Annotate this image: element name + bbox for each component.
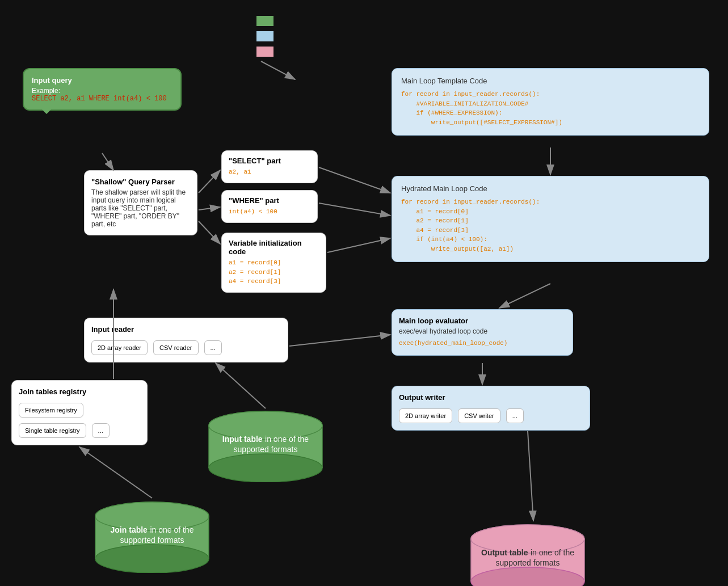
output-writer-title: Output writer <box>399 393 583 402</box>
main-loop-template-code: for record in input_reader.records(): #V… <box>401 90 700 127</box>
where-part-box: "WHERE" part int(a4) < 100 <box>221 190 318 223</box>
hydrated-main-loop-box: Hydrated Main Loop Code for record in in… <box>392 176 709 262</box>
output-table-cylinder: Output table in one of the supported for… <box>465 522 590 586</box>
main-loop-eval-box: Main loop evaluator exec/eval hydrated l… <box>392 309 573 356</box>
input-table-cylinder: Input table in one of the supported form… <box>203 408 328 484</box>
legend-pink-box <box>256 47 273 57</box>
input-query-example-label: Example: <box>32 87 172 95</box>
join-registry-item-2: Single table registry <box>19 423 86 438</box>
join-table-bold: Join table <box>111 525 148 534</box>
input-reader-item-3: ... <box>204 340 222 355</box>
var-init-title: Variable initialization code <box>229 239 319 256</box>
join-registry-title: Join tables registry <box>19 387 140 396</box>
svg-line-32 <box>216 363 266 408</box>
main-loop-template-box: Main Loop Template Code for record in in… <box>392 68 709 136</box>
output-writer-box: Output writer 2D array writer CSV writer… <box>392 386 590 431</box>
shallow-parser-box: "Shallow" Query Parser The shallow parse… <box>84 170 197 235</box>
main-loop-template-title: Main Loop Template Code <box>401 77 700 85</box>
where-part-code: int(a4) < 100 <box>229 207 310 217</box>
svg-point-2 <box>209 454 322 482</box>
main-loop-eval-title: Main loop evaluator <box>399 317 566 325</box>
svg-line-26 <box>327 238 390 252</box>
svg-line-21 <box>199 170 220 193</box>
hydrated-main-loop-title: Hydrated Main Loop Code <box>401 184 700 193</box>
join-registry-items: Filesystem registry Single table registr… <box>19 400 140 438</box>
output-table-bold: Output table <box>481 548 528 557</box>
join-registry-box: Join tables registry Filesystem registry… <box>11 380 148 445</box>
svg-line-23 <box>199 221 220 244</box>
main-loop-eval-code: exec(hydrated_main_loop_code) <box>399 339 566 348</box>
select-part-box: "SELECT" part a2, a1 <box>221 150 318 183</box>
legend-green-box <box>256 16 273 26</box>
output-writer-item-3: ... <box>506 408 524 423</box>
where-part-title: "WHERE" part <box>229 196 310 205</box>
output-writer-item-1: 2D array writer <box>399 408 452 423</box>
input-reader-item-2: CSV reader <box>153 340 198 355</box>
shallow-parser-desc: The shallow parser will split the input … <box>91 188 190 228</box>
join-table-cylinder: Join table in one of the supported forma… <box>90 499 214 575</box>
main-loop-eval-desc: exec/eval hydrated loop code <box>399 327 566 335</box>
input-query-box: Input query Example: SELECT a2, a1 WHERE… <box>23 68 182 111</box>
hydrated-main-loop-code: for record in input_reader.records(): a1… <box>401 197 700 254</box>
input-reader-items: 2D array reader CSV reader ... <box>91 338 281 355</box>
svg-line-34 <box>79 447 152 498</box>
input-reader-box: Input reader 2D array reader CSV reader … <box>84 318 288 362</box>
join-registry-item-1: Filesystem registry <box>19 403 83 418</box>
output-writer-item-2: CSV writer <box>458 408 500 423</box>
shallow-parser-title: "Shallow" Query Parser <box>91 178 190 186</box>
input-table-bold: Input table <box>222 435 263 444</box>
var-init-box: Variable initialization code a1 = record… <box>221 233 326 293</box>
svg-line-24 <box>319 167 390 193</box>
output-writer-items: 2D array writer CSV writer ... <box>399 406 583 423</box>
legend-blue-box <box>256 31 273 41</box>
svg-line-31 <box>528 431 533 521</box>
svg-line-28 <box>499 284 550 308</box>
svg-line-22 <box>199 207 220 210</box>
var-init-code: a1 = record[0]a2 = record[1]a4 = record[… <box>229 258 319 286</box>
select-part-code: a2, a1 <box>229 167 310 177</box>
join-registry-item-3: ... <box>92 423 110 438</box>
input-query-title: Input query <box>32 76 172 85</box>
select-part-title: "SELECT" part <box>229 157 310 165</box>
svg-line-29 <box>289 335 390 346</box>
svg-line-19 <box>261 61 295 79</box>
svg-line-20 <box>102 153 113 170</box>
svg-line-25 <box>319 203 390 216</box>
input-reader-title: Input reader <box>91 325 281 334</box>
input-reader-item-1: 2D array reader <box>91 340 148 355</box>
svg-point-8 <box>95 545 209 573</box>
input-query-code: SELECT a2, a1 WHERE int(a4) < 100 <box>32 95 172 103</box>
